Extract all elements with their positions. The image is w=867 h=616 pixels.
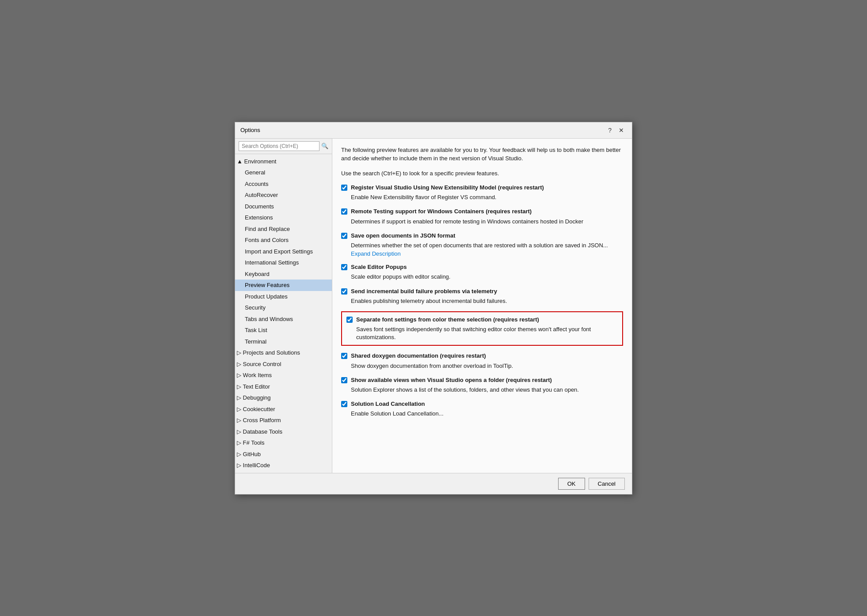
feature-checkbox-register-vs[interactable]	[341, 185, 347, 191]
features-container: Register Visual Studio Using New Extensi…	[341, 184, 623, 418]
feature-title-shared-doxygen: Shared doxygen documentation (requires r…	[351, 352, 486, 360]
intro-text-2: Use the search (Ctrl+E) to look for a sp…	[341, 169, 623, 178]
feature-title-show-views: Show available views when Visual Studio …	[351, 376, 552, 384]
tree-item-product-updates[interactable]: Product Updates	[235, 291, 332, 302]
tree-item-source-control[interactable]: ▷ Source Control	[235, 359, 332, 370]
feature-header-scale-editor: Scale Editor Popups	[341, 263, 623, 271]
tree-item-keyboard[interactable]: Keyboard	[235, 268, 332, 280]
feature-header-separate-font: Separate font settings from color theme …	[346, 316, 618, 324]
feature-title-register-vs: Register Visual Studio Using New Extensi…	[351, 184, 544, 192]
feature-checkbox-show-views[interactable]	[341, 377, 347, 383]
tree-item-fsharp-tools[interactable]: ▷ F# Tools	[235, 437, 332, 449]
feature-title-separate-font: Separate font settings from color theme …	[356, 316, 539, 324]
feature-checkbox-remote-testing[interactable]	[341, 208, 347, 215]
right-panel: The following preview features are avail…	[332, 139, 632, 473]
feature-header-remote-testing: Remote Testing support for Windows Conta…	[341, 208, 623, 215]
feature-item-solution-load: Solution Load CancellationEnable Solutio…	[341, 400, 623, 418]
feature-item-separate-font: Separate font settings from color theme …	[341, 311, 623, 346]
ok-button[interactable]: OK	[558, 478, 585, 490]
title-bar-controls: ? ✕	[605, 126, 627, 135]
expand-link-save-json[interactable]: Expand Description	[341, 250, 623, 257]
feature-desc-scale-editor: Scale editor popups with editor scaling.	[341, 273, 623, 281]
feature-checkbox-save-json[interactable]	[341, 233, 347, 239]
tree-item-general[interactable]: General	[235, 167, 332, 178]
tree-item-accounts[interactable]: Accounts	[235, 178, 332, 190]
tree-item-projects-solutions[interactable]: ▷ Projects and Solutions	[235, 347, 332, 359]
feature-checkbox-scale-editor[interactable]	[341, 264, 347, 270]
dialog-body: 🔍 ▲ EnvironmentGeneralAccountsAutoRecove…	[235, 139, 632, 473]
feature-header-incremental-build: Send incremental build failure problems …	[341, 287, 623, 295]
tree-item-preview-features[interactable]: Preview Features	[235, 280, 332, 291]
feature-item-scale-editor: Scale Editor PopupsScale editor popups w…	[341, 263, 623, 281]
search-icon: 🔍	[321, 143, 328, 149]
feature-desc-save-json: Determines whether the set of open docum…	[341, 242, 623, 249]
tree-item-github[interactable]: ▷ GitHub	[235, 449, 332, 460]
tree-item-debugging[interactable]: ▷ Debugging	[235, 392, 332, 404]
feature-header-show-views: Show available views when Visual Studio …	[341, 376, 623, 384]
close-button[interactable]: ✕	[616, 126, 627, 135]
tree-item-international[interactable]: International Settings	[235, 257, 332, 268]
feature-title-incremental-build: Send incremental build failure problems …	[351, 287, 497, 295]
cancel-button[interactable]: Cancel	[589, 478, 625, 490]
tree-item-text-editor[interactable]: ▷ Text Editor	[235, 381, 332, 393]
tree-item-cookiecutter[interactable]: ▷ Cookiecutter	[235, 404, 332, 415]
feature-desc-show-views: Solution Explorer shows a list of the so…	[341, 386, 623, 394]
tree-item-environment[interactable]: ▲ Environment	[235, 156, 332, 167]
dialog-title: Options	[240, 127, 260, 133]
search-input[interactable]	[239, 141, 319, 151]
tree-item-tabs-windows[interactable]: Tabs and Windows	[235, 314, 332, 325]
tree-item-terminal[interactable]: Terminal	[235, 336, 332, 348]
tree-item-extensions[interactable]: Extensions	[235, 212, 332, 223]
options-dialog: Options ? ✕ 🔍 ▲ EnvironmentGeneralAccoun…	[235, 122, 632, 495]
feature-item-incremental-build: Send incremental build failure problems …	[341, 287, 623, 305]
feature-item-register-vs: Register Visual Studio Using New Extensi…	[341, 184, 623, 201]
content-area: The following preview features are avail…	[332, 139, 632, 473]
tree-item-task-list[interactable]: Task List	[235, 325, 332, 336]
tree-item-autorecover[interactable]: AutoRecover	[235, 189, 332, 201]
feature-title-remote-testing: Remote Testing support for Windows Conta…	[351, 208, 532, 215]
feature-checkbox-separate-font[interactable]	[346, 317, 353, 323]
feature-item-show-views: Show available views when Visual Studio …	[341, 376, 623, 394]
tree-item-security[interactable]: Security	[235, 302, 332, 314]
feature-checkbox-solution-load[interactable]	[341, 401, 347, 407]
tree-container: ▲ EnvironmentGeneralAccountsAutoRecoverD…	[235, 154, 332, 473]
feature-title-save-json: Save open documents in JSON format	[351, 232, 455, 240]
feature-title-solution-load: Solution Load Cancellation	[351, 400, 425, 408]
feature-title-scale-editor: Scale Editor Popups	[351, 263, 407, 271]
feature-desc-solution-load: Enable Solution Load Cancellation...	[341, 410, 623, 418]
feature-desc-shared-doxygen: Show doxygen documentation from another …	[341, 362, 623, 370]
feature-header-save-json: Save open documents in JSON format	[341, 232, 623, 240]
feature-desc-register-vs: Enable New Extensibility flavor of Regis…	[341, 193, 623, 201]
feature-header-solution-load: Solution Load Cancellation	[341, 400, 623, 408]
tree-item-import-export[interactable]: Import and Export Settings	[235, 246, 332, 257]
feature-checkbox-shared-doxygen[interactable]	[341, 353, 347, 359]
tree-item-find-replace[interactable]: Find and Replace	[235, 223, 332, 235]
help-button[interactable]: ?	[605, 126, 614, 135]
bottom-bar: OK Cancel	[235, 473, 632, 494]
feature-header-shared-doxygen: Shared doxygen documentation (requires r…	[341, 352, 623, 360]
feature-desc-incremental-build: Enables publishing telemetry about incre…	[341, 297, 623, 305]
title-bar: Options ? ✕	[235, 122, 632, 139]
feature-header-register-vs: Register Visual Studio Using New Extensi…	[341, 184, 623, 192]
feature-desc-remote-testing: Determines if support is enabled for rem…	[341, 218, 623, 226]
tree-item-fonts-colors[interactable]: Fonts and Colors	[235, 234, 332, 246]
feature-item-save-json: Save open documents in JSON formatDeterm…	[341, 232, 623, 257]
intro-text: The following preview features are avail…	[341, 146, 623, 163]
tree-item-documents[interactable]: Documents	[235, 201, 332, 212]
feature-item-remote-testing: Remote Testing support for Windows Conta…	[341, 208, 623, 225]
feature-item-shared-doxygen: Shared doxygen documentation (requires r…	[341, 352, 623, 370]
feature-checkbox-incremental-build[interactable]	[341, 288, 347, 295]
tree-item-cross-platform[interactable]: ▷ Cross Platform	[235, 415, 332, 426]
feature-desc-separate-font: Saves font settings independently so tha…	[346, 325, 618, 341]
tree-item-database-tools[interactable]: ▷ Database Tools	[235, 426, 332, 438]
left-panel: 🔍 ▲ EnvironmentGeneralAccountsAutoRecove…	[235, 139, 332, 473]
tree-item-intellicode[interactable]: ▷ IntelliCode	[235, 460, 332, 471]
tree-item-work-items[interactable]: ▷ Work Items	[235, 370, 332, 381]
search-box: 🔍	[235, 139, 332, 154]
